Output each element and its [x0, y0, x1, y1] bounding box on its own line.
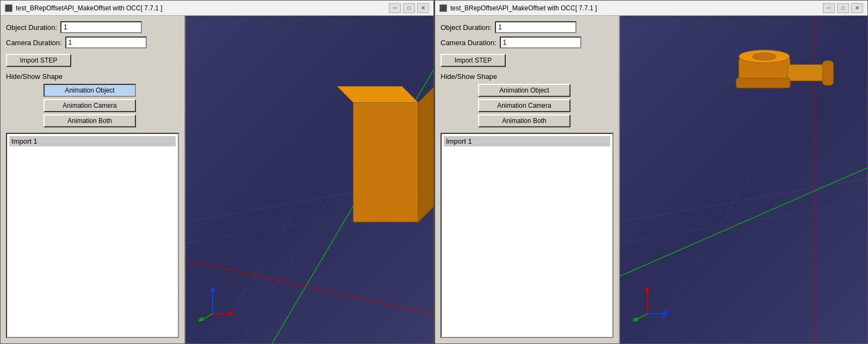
import-list-left: Import 1: [6, 133, 179, 338]
main-container: test_BRepOffsetAPI_MakeOffset with OCC[ …: [0, 0, 868, 344]
axis-indicator-right: Z X Y: [631, 284, 669, 322]
svg-marker-7: [337, 87, 418, 103]
camera-duration-label-left: Camera Duration:: [6, 39, 62, 47]
svg-marker-6: [354, 102, 418, 222]
import-step-button-right[interactable]: Import STEP: [441, 54, 506, 67]
svg-rect-24: [788, 65, 826, 81]
viewport-left[interactable]: Z X Y: [185, 16, 433, 343]
object-duration-input-left[interactable]: [60, 21, 142, 33]
import-list-header-left: Import 1: [9, 136, 176, 146]
hide-show-label-right: Hide/Show Shape: [441, 72, 497, 81]
minimize-button-right[interactable]: ─: [823, 3, 835, 13]
animation-both-button-left[interactable]: Animation Both: [44, 114, 136, 127]
object-duration-input-right[interactable]: [495, 21, 576, 33]
svg-rect-25: [823, 61, 834, 85]
camera-duration-row-left: Camera Duration:: [6, 36, 179, 48]
app-icon-right: [439, 4, 447, 12]
hide-show-label-left: Hide/Show Shape: [6, 72, 63, 81]
window-right: test_BRepOffsetAPI_MakeOffset with OCC[ …: [434, 0, 868, 344]
viewport-right[interactable]: Z X Y: [620, 16, 867, 343]
svg-text:X: X: [230, 308, 233, 313]
animation-camera-button-left[interactable]: Animation Camera: [44, 99, 136, 112]
animation-object-button-left[interactable]: Animation Object: [44, 84, 136, 97]
svg-line-18: [620, 179, 867, 222]
axis-indicator-left: Z X Y: [196, 284, 234, 322]
object-duration-row-left: Object Duration:: [6, 21, 179, 33]
camera-duration-input-right[interactable]: [500, 36, 581, 48]
title-bar-right: test_BRepOffsetAPI_MakeOffset with OCC[ …: [435, 1, 867, 16]
window-controls-left: ─ □ ✕: [389, 3, 429, 13]
close-button-right[interactable]: ✕: [851, 3, 863, 13]
svg-text:X: X: [665, 308, 668, 313]
svg-line-22: [620, 168, 867, 276]
svg-text:Z: Z: [214, 285, 216, 290]
svg-marker-8: [418, 87, 433, 222]
animation-both-button-right[interactable]: Animation Both: [478, 114, 571, 127]
svg-text:Z: Z: [648, 285, 651, 290]
window-content-right: Object Duration: Camera Duration: Import…: [435, 16, 867, 343]
animation-camera-button-right[interactable]: Animation Camera: [478, 99, 571, 112]
control-panel-right: Object Duration: Camera Duration: Import…: [435, 16, 620, 343]
animation-section-right: Animation Object Animation Camera Animat…: [441, 84, 613, 127]
animation-section-left: Animation Object Animation Camera Animat…: [6, 84, 179, 127]
object-duration-label-right: Object Duration:: [441, 23, 492, 32]
animation-object-button-right[interactable]: Animation Object: [478, 84, 571, 97]
svg-rect-28: [736, 78, 790, 88]
minimize-button-left[interactable]: ─: [389, 3, 401, 13]
window-title-left: test_BRepOffsetAPI_MakeOffset with OCC[ …: [16, 4, 163, 12]
object-duration-label-left: Object Duration:: [6, 23, 57, 32]
object-duration-row-right: Object Duration:: [441, 21, 613, 33]
close-button-left[interactable]: ✕: [417, 3, 429, 13]
svg-point-27: [752, 53, 776, 60]
title-bar-left: test_BRepOffsetAPI_MakeOffset with OCC[ …: [1, 1, 433, 16]
camera-duration-row-right: Camera Duration:: [441, 36, 613, 48]
camera-duration-input-left[interactable]: [65, 36, 147, 48]
import-step-button-left[interactable]: Import STEP: [6, 54, 71, 67]
import-list-right: Import 1: [441, 133, 613, 338]
window-content-left: Object Duration: Camera Duration: Import…: [1, 16, 433, 343]
window-title-right: test_BRepOffsetAPI_MakeOffset with OCC[ …: [450, 4, 597, 12]
svg-text:Y: Y: [197, 317, 201, 322]
svg-text:Y: Y: [632, 317, 635, 322]
maximize-button-left[interactable]: □: [403, 3, 415, 13]
maximize-button-right[interactable]: □: [837, 3, 849, 13]
window-left: test_BRepOffsetAPI_MakeOffset with OCC[ …: [0, 0, 434, 344]
window-controls-right: ─ □ ✕: [823, 3, 863, 13]
import-list-header-right: Import 1: [444, 136, 610, 146]
app-icon-left: [5, 4, 13, 12]
camera-duration-label-right: Camera Duration:: [441, 39, 497, 47]
control-panel-left: Object Duration: Camera Duration: Import…: [1, 16, 185, 343]
